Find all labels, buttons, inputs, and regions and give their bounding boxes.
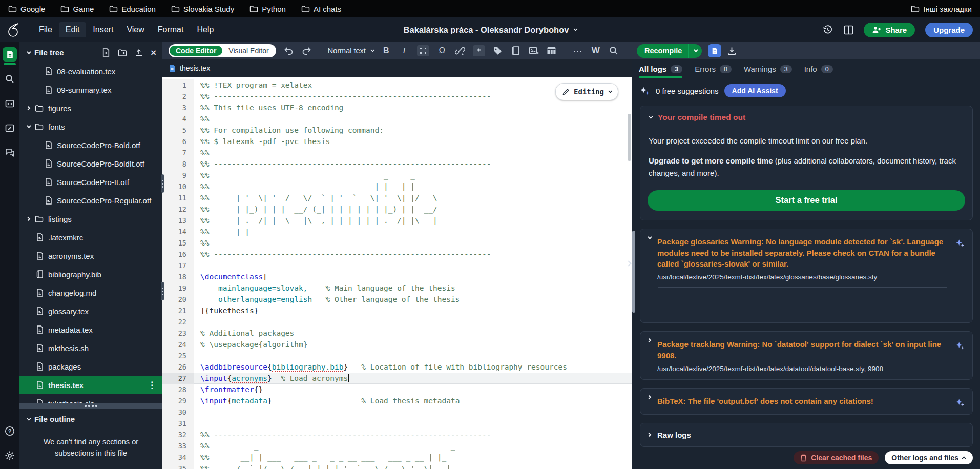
- bookmark-folder-other[interactable]: Інші закладки: [911, 5, 972, 13]
- menu-help[interactable]: Help: [190, 22, 220, 37]
- upgrade-button[interactable]: Upgrade: [925, 23, 973, 37]
- sidebar-resize-grip[interactable]: [161, 282, 164, 300]
- other-logs-and-files-button[interactable]: Other logs and files: [885, 451, 973, 464]
- settings-gear-icon[interactable]: [3, 448, 17, 463]
- chevron-down-icon[interactable]: [27, 50, 31, 54]
- code-line-16[interactable]: 16%% -----------------------------------…: [162, 249, 632, 260]
- code-line-18[interactable]: 18\documentclass[: [162, 271, 632, 282]
- code-line-32[interactable]: 32%% -----------------------------------…: [162, 429, 632, 440]
- code-line-35[interactable]: 35%% / _` |/ _ \ / __| | | | '_ ` _ \ / …: [162, 463, 632, 469]
- recompile-options-chevron[interactable]: [689, 49, 702, 52]
- chevron-down-icon[interactable]: [648, 235, 652, 239]
- code-line-15[interactable]: 15%%: [162, 237, 632, 249]
- logs-tab-errors[interactable]: Errors0: [695, 65, 732, 78]
- code-line-25[interactable]: 25: [162, 350, 632, 361]
- code-line-8[interactable]: 8%% ------------------------------------…: [162, 158, 632, 170]
- tree-item-sourcecodepro-bold-otf[interactable]: SourceCodePro-Bold.otf: [19, 136, 162, 154]
- close-icon[interactable]: ×: [151, 48, 156, 57]
- editor-search-icon[interactable]: [609, 45, 619, 56]
- code-line-24[interactable]: 24% \usepackage{algorithm}: [162, 339, 632, 350]
- chevron-right-icon[interactable]: [26, 217, 30, 221]
- tree-item-metadata-tex[interactable]: metadata.tex: [19, 320, 162, 339]
- code-line-3[interactable]: 3%% This file uses UTF-8 encoding: [162, 102, 632, 113]
- code-line-26[interactable]: 26\addbibresource{bibliography.bib} % Lo…: [162, 361, 632, 373]
- tree-item-changelog-md[interactable]: changelog.md: [19, 283, 162, 302]
- tree-item-tukethesis-cls[interactable]: tukethesis.cls: [19, 394, 162, 403]
- logs-tab-warnings[interactable]: Warnings3: [744, 65, 792, 78]
- tree-item-sourcecodepro-boldit-otf[interactable]: SourceCodePro-BoldIt.otf: [19, 154, 162, 173]
- insert-symbol-icon[interactable]: Ω: [437, 45, 447, 56]
- code-line-21[interactable]: 21]{tukethesis}: [162, 305, 632, 316]
- new-folder-icon[interactable]: [118, 49, 127, 56]
- symbol-palette-rail-icon[interactable]: [3, 96, 17, 111]
- clear-cached-files-button[interactable]: Clear cached files: [794, 451, 879, 464]
- code-line-20[interactable]: 20 otherlanguage=english % Other languag…: [162, 294, 632, 305]
- file-tree-rail-icon[interactable]: [3, 47, 17, 62]
- bookmark-folder-google[interactable]: Google: [8, 5, 45, 13]
- code-line-7[interactable]: 7%%: [162, 147, 632, 158]
- ai-explain-sparkle-icon[interactable]: [955, 396, 965, 407]
- code-line-11[interactable]: 11%% | '_ \| '__/ _ \/ _` | '_ ` _ \| '_…: [162, 192, 632, 203]
- insert-figure-icon[interactable]: [529, 45, 539, 56]
- code-line-27[interactable]: 27\input{acronyms} % Load acronyms: [162, 373, 632, 384]
- tree-item-mkthesis-sh[interactable]: mkthesis.sh: [19, 339, 162, 357]
- logs-scrollbar[interactable]: [632, 42, 636, 469]
- menu-edit[interactable]: Edit: [59, 22, 87, 37]
- project-title[interactable]: Bakalárska práca - Oleksandr Dorybohov: [404, 25, 577, 35]
- menu-file[interactable]: File: [32, 22, 59, 37]
- code-line-31[interactable]: 31: [162, 418, 632, 429]
- redo-icon[interactable]: [302, 45, 312, 56]
- code-line-17[interactable]: 17: [162, 260, 632, 271]
- code-line-29[interactable]: 29\input{metadata} % Load thesis metadat…: [162, 395, 632, 406]
- insert-table-icon[interactable]: [547, 45, 557, 56]
- tree-item-09-summary-tex[interactable]: 09-summary.tex: [19, 80, 162, 99]
- add-ai-assist-button[interactable]: Add AI Assist: [724, 84, 786, 97]
- view-pdf-button[interactable]: [708, 44, 721, 57]
- code-line-19[interactable]: 19 mainlanguage=slovak, % Main language …: [162, 282, 632, 294]
- panel-resize-handle[interactable]: [19, 403, 162, 409]
- italic-icon[interactable]: I: [399, 45, 409, 56]
- review-rail-icon[interactable]: [3, 121, 17, 135]
- tree-item-packages[interactable]: packages: [19, 357, 162, 376]
- code-line-5[interactable]: 5%% For compilation use following comman…: [162, 125, 632, 136]
- start-free-trial-button[interactable]: Start a free trial: [648, 190, 965, 211]
- item-menu-kebab-icon[interactable]: ⋮: [148, 380, 162, 391]
- code-line-22[interactable]: 22: [162, 316, 632, 328]
- layout-icon[interactable]: [843, 24, 853, 35]
- code-line-28[interactable]: 28\frontmatter{}: [162, 384, 632, 395]
- menu-insert[interactable]: Insert: [86, 22, 120, 37]
- chevron-right-icon[interactable]: [647, 338, 651, 342]
- paragraph-style-select[interactable]: Normal text: [328, 47, 373, 55]
- tree-item-thesis-tex[interactable]: thesis.tex⋮: [19, 376, 162, 394]
- tree-item-08-evaluation-tex[interactable]: 08-evaluation.tex: [19, 62, 162, 80]
- menu-format[interactable]: Format: [151, 22, 191, 37]
- code-line-10[interactable]: 10%% _ __ _ __ ___ __ _ _ __ ___ | |__ |…: [162, 181, 632, 192]
- timeout-card-header[interactable]: Your compile timed out: [640, 106, 972, 128]
- bookmark-folder-slovakia-study[interactable]: Slovakia Study: [171, 5, 234, 13]
- undo-icon[interactable]: [284, 45, 294, 56]
- menu-view[interactable]: View: [120, 22, 151, 37]
- new-file-icon[interactable]: [102, 48, 110, 57]
- upload-icon[interactable]: [135, 49, 143, 57]
- more-tools-icon[interactable]: ⋯: [573, 45, 583, 56]
- logs-tab-all-logs[interactable]: All logs3: [639, 65, 682, 78]
- citation-book-icon[interactable]: [511, 45, 521, 56]
- history-icon[interactable]: [823, 24, 833, 35]
- chevron-right-icon[interactable]: [26, 106, 30, 110]
- code-line-4[interactable]: 4%%: [162, 113, 632, 125]
- code-editor-toggle[interactable]: Code Editor: [170, 46, 222, 56]
- editor-scrollbar[interactable]: [627, 77, 631, 469]
- search-rail-icon[interactable]: [3, 72, 17, 86]
- chat-rail-icon[interactable]: [3, 146, 17, 160]
- expand-pdf-chevron-icon[interactable]: [627, 258, 631, 268]
- tree-item-sourcecodepro-it-otf[interactable]: SourceCodePro-It.otf: [19, 173, 162, 191]
- ai-explain-sparkle-icon[interactable]: [955, 339, 965, 373]
- code-line-30[interactable]: 30: [162, 406, 632, 418]
- tree-item-bibliography-bib[interactable]: bibliography.bib: [19, 265, 162, 283]
- code-line-23[interactable]: 23% Additional packages: [162, 328, 632, 339]
- chevron-right-icon[interactable]: [647, 395, 651, 399]
- bookmark-folder-education[interactable]: Education: [109, 5, 156, 13]
- tree-item-sourcecodepro-regular-otf[interactable]: SourceCodePro-Regular.otf: [19, 191, 162, 210]
- tree-item-glossary-tex[interactable]: glossary.tex: [19, 302, 162, 320]
- bold-icon[interactable]: B: [381, 45, 391, 56]
